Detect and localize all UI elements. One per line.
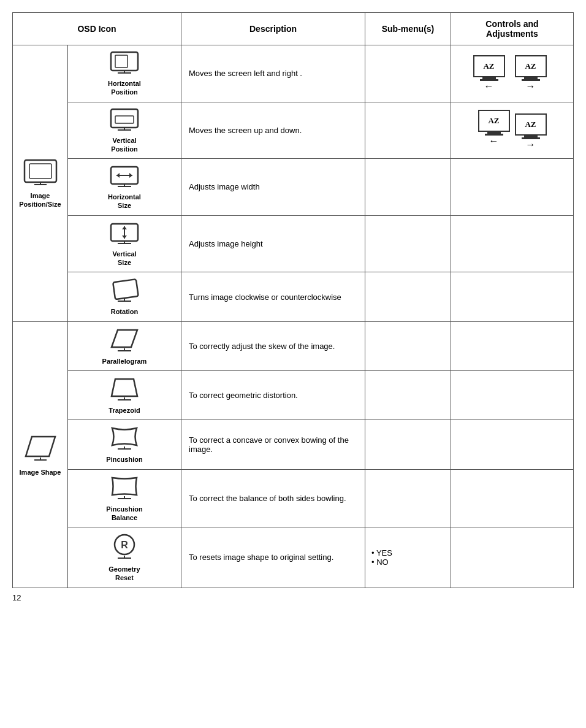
table-row: Pincushion To correct a concave or conve… [13, 420, 574, 469]
table-row: HorizontalSize Adjusts image width [13, 159, 574, 216]
page-wrapper: OSD Icon Description Sub-menu(s) Control… [12, 12, 574, 602]
submenu-vpos [365, 102, 451, 159]
submenu-hpos [365, 45, 451, 102]
header-osd: OSD Icon [13, 13, 181, 45]
submenu-pincushion [365, 420, 451, 469]
sub-icon-cell-vpos: VerticalPosition [68, 102, 181, 159]
svg-marker-21 [122, 236, 127, 239]
main-icon-cell-image-position: ImagePosition/Size [13, 45, 68, 322]
controls-vsize [451, 215, 574, 272]
submenu-hsize [365, 159, 451, 216]
table-row: PincushionBalance To correct the balance… [13, 469, 574, 527]
sub-icon-cell-geometry-reset: R GeometryReset [68, 527, 181, 588]
table-row: R GeometryReset To resets image shape to… [13, 527, 574, 588]
table-row: Rotation Turns image clockwise or counte… [13, 272, 574, 321]
svg-rect-9 [115, 116, 134, 123]
main-icon-cell-image-shape: Image Shape [13, 321, 68, 588]
vertical-position-icon [109, 107, 140, 132]
sub-icon-label-parallelogram: Parallelogram [70, 357, 178, 366]
sub-icon-cell-parallelogram: Parallelogram [68, 321, 181, 370]
desc-trapezoid: To correct geometric distortion. [181, 370, 365, 420]
desc-rotation: Turns image clockwise or counterclockwis… [181, 272, 365, 321]
desc-vpos: Moves the screen up and down. [181, 102, 365, 159]
page-number: 12 [12, 593, 574, 602]
desc-geometry-reset: To resets image shape to original settin… [181, 527, 365, 588]
svg-marker-33 [112, 379, 137, 396]
sub-icon-label-trapezoid: Trapezoid [70, 406, 178, 415]
sub-icon-label-pincushion-balance: PincushionBalance [70, 505, 178, 523]
rotation-icon [109, 277, 140, 303]
desc-hpos: Moves the screen left and right . [181, 45, 365, 102]
sub-icon-label-hpos: HorizontalPosition [70, 79, 178, 97]
submenu-geometry-reset: • YES • NO [365, 527, 451, 588]
sub-icon-label-vpos: VerticalPosition [70, 136, 178, 154]
sub-icon-label-vsize: VerticalSize [70, 250, 178, 267]
svg-marker-30 [112, 330, 137, 347]
sub-icon-label-hsize: HorizontalSize [70, 193, 178, 210]
pincushion-balance-icon [109, 475, 140, 500]
vertical-size-icon [109, 221, 140, 245]
table-row: VerticalSize Adjusts image height [13, 215, 574, 272]
horizontal-size-icon [109, 164, 140, 188]
main-icon-label-image-position: ImagePosition/Size [15, 191, 65, 209]
horizontal-position-icon [109, 50, 140, 75]
svg-marker-20 [122, 226, 127, 229]
main-table: OSD Icon Description Sub-menu(s) Control… [12, 12, 574, 588]
trapezoid-icon [109, 376, 140, 402]
header-description: Description [181, 13, 365, 45]
image-position-size-icon [22, 158, 59, 187]
controls-pincushion [451, 420, 574, 469]
controls-rotation [451, 272, 574, 321]
controls-geometry-reset [451, 527, 574, 588]
submenu-parallelogram [365, 321, 451, 370]
svg-marker-14 [116, 173, 120, 178]
desc-vsize: Adjusts image height [181, 215, 365, 272]
sub-icon-label-rotation: Rotation [70, 307, 178, 316]
sub-icon-cell-hsize: HorizontalSize [68, 159, 181, 216]
table-row: VerticalPosition Moves the screen up and… [13, 102, 574, 159]
controls-vpos: AZ ← AZ [451, 102, 574, 159]
sub-icon-label-pincushion: Pincushion [70, 455, 178, 464]
submenu-trapezoid [365, 370, 451, 420]
svg-rect-24 [113, 280, 139, 300]
controls-hsize [451, 159, 574, 216]
submenu-pincushion-balance [365, 469, 451, 527]
table-row: Image Shape Parallelogram To correctly a… [13, 321, 574, 370]
image-shape-icon [22, 433, 59, 464]
svg-rect-5 [115, 55, 127, 67]
sub-icon-cell-pincushion: Pincushion [68, 420, 181, 469]
table-row: ImagePosition/Size HorizontalPosition Mo… [13, 45, 574, 102]
sub-icon-cell-pincushion-balance: PincushionBalance [68, 469, 181, 527]
desc-parallelogram: To correctly adjust the skew of the imag… [181, 321, 365, 370]
svg-marker-27 [26, 437, 55, 456]
controls-hpos: AZ ← AZ [451, 45, 574, 102]
sub-icon-label-geometry-reset: GeometryReset [70, 565, 178, 583]
controls-trapezoid [451, 370, 574, 420]
sub-icon-cell-trapezoid: Trapezoid [68, 370, 181, 420]
main-icon-label-image-shape: Image Shape [15, 468, 65, 477]
svg-rect-1 [29, 164, 51, 178]
geometry-reset-icon: R [109, 532, 140, 561]
desc-pincushion-balance: To correct the balance of both sides bow… [181, 469, 365, 527]
sub-icon-cell-rotation: Rotation [68, 272, 181, 321]
sub-icon-cell-hpos: HorizontalPosition [68, 45, 181, 102]
submenu-rotation [365, 272, 451, 321]
svg-marker-15 [129, 173, 132, 178]
submenu-vsize [365, 215, 451, 272]
header-controls: Controls and Adjustments [451, 13, 574, 45]
parallelogram-icon [109, 327, 140, 353]
pincushion-icon [109, 425, 140, 451]
header-submenu: Sub-menu(s) [365, 13, 451, 45]
desc-hsize: Adjusts image width [181, 159, 365, 216]
svg-text:R: R [121, 540, 128, 550]
sub-icon-cell-vsize: VerticalSize [68, 215, 181, 272]
controls-pincushion-balance [451, 469, 574, 527]
controls-parallelogram [451, 321, 574, 370]
table-row: Trapezoid To correct geometric distortio… [13, 370, 574, 420]
desc-pincushion: To correct a concave or convex bowing of… [181, 420, 365, 469]
